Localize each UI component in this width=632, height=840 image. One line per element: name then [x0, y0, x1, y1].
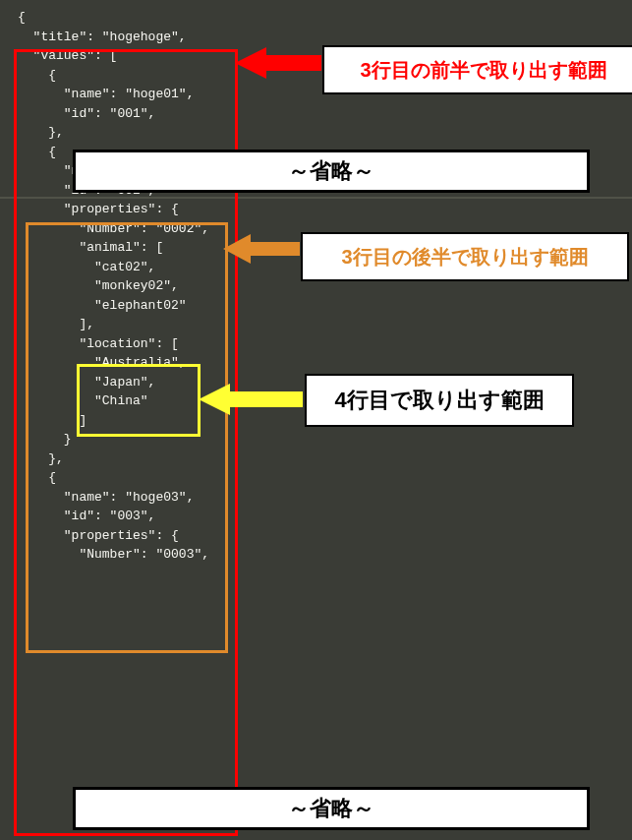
code-line: },	[0, 450, 632, 469]
ellipsis-box-2: ～省略～	[73, 787, 590, 830]
code-line: {	[0, 8, 632, 28]
code-line: "id": "001",	[0, 104, 632, 124]
code-line: "location": [	[0, 334, 632, 354]
label-red: 3行目の前半で取り出す範囲	[322, 45, 632, 94]
code-line: ],	[0, 315, 632, 334]
code-line: },	[0, 123, 632, 143]
code-line: "id": "003",	[0, 507, 632, 526]
code-line: "properties": {	[0, 526, 632, 546]
code-line: "elephant02"	[0, 296, 632, 316]
code-line: }	[0, 430, 632, 450]
label-orange: 3行目の後半で取り出す範囲	[301, 232, 629, 281]
label-yellow: 4行目で取り出す範囲	[305, 374, 574, 427]
separator	[0, 197, 632, 199]
code-line: "name": "hoge03",	[0, 488, 632, 508]
code-line: "properties": {	[0, 200, 632, 219]
ellipsis-box-1: ～省略～	[73, 150, 590, 193]
code-line: "Australia",	[0, 353, 632, 373]
code-line: "Number": "0003",	[0, 545, 632, 565]
code-line: {	[0, 468, 632, 488]
code-line: "title": "hogehoge",	[0, 28, 632, 47]
